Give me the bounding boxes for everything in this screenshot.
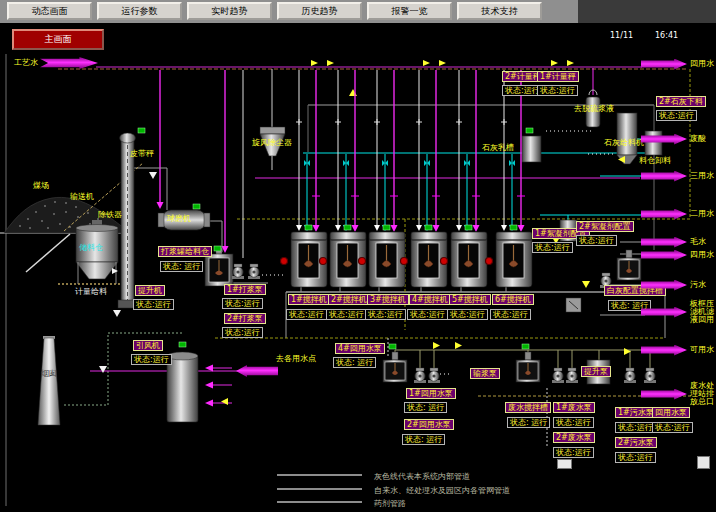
pipe-outlet-8: 板框压滤机滤液回用 [641, 306, 714, 318]
legend-text: 灰色线代表本系统内部管道 [374, 471, 470, 482]
outlet-label: 可用水 [690, 346, 714, 354]
status-label: 状态:运行 [447, 309, 488, 320]
pipe-outlet-6: 四用水 [641, 249, 714, 261]
legend-text: 药剂管路 [374, 498, 406, 509]
outlet-label: 废水处理站排放总口 [690, 382, 714, 406]
pipe-outlet-10: 废水处理站排放总口 [641, 388, 714, 400]
toolbar-button-1[interactable]: 动态画面 [7, 2, 92, 20]
outlet-label: 废酸 [690, 135, 706, 143]
pipe-outlet-7: 污水 [641, 279, 706, 291]
label-slurry-feed-bin[interactable]: 打浆罐给料仓 [158, 246, 212, 257]
status-label: 状态:运行 [576, 235, 617, 246]
time-display: 16:41 [655, 31, 678, 40]
diagram-label-60[interactable]: 2#废水泵 [553, 432, 595, 443]
status-label: 状态:运行 [222, 298, 263, 309]
status-label: 状态: 运行 [507, 417, 550, 428]
outlet-arrow-icon [641, 307, 687, 318]
diagram-label-16[interactable]: 1#搅拌机 [288, 294, 330, 305]
diagram-label-18[interactable]: 2#搅拌机 [328, 294, 370, 305]
status-label: 状态:运行 [553, 447, 594, 458]
diagram-label-26[interactable]: 6#搅拌机 [492, 294, 534, 305]
diagram-label-66[interactable]: 2#污水泵 [615, 437, 657, 448]
outlet-arrow-icon [641, 280, 687, 291]
status-label: 状态:运行 [615, 422, 656, 433]
status-label: 状态: 运行 [160, 261, 203, 272]
lime-slurry-tank[interactable] [522, 136, 541, 162]
label-conveyor: 输送机 [70, 192, 94, 201]
status-label: 状态:运行 [553, 417, 594, 428]
status-label: 状态:运行 [286, 309, 327, 320]
label-cyclone: 旋风除尘器 [252, 138, 292, 147]
outlet-arrow-icon [641, 171, 687, 182]
status-label: 状态: 运行 [404, 402, 447, 413]
toolbar-button-4[interactable]: 历史趋势 [277, 2, 362, 20]
diagram-label-51[interactable]: 提升泵 [581, 366, 611, 377]
pipe-outlet-9: 可用水 [641, 344, 714, 356]
legend-line-swatch [277, 488, 362, 490]
toolbar-button-5[interactable]: 报警一览 [367, 2, 452, 20]
diagram-label-64[interactable]: 回用水泵 [652, 407, 690, 418]
main-screen-button[interactable]: 主画面 [12, 29, 104, 50]
label-metering-feed: 计量给料 [75, 287, 107, 296]
status-label: 状态: 运行 [402, 434, 445, 445]
legend-text: 自来水、经处理水及园区内各管网管道 [374, 485, 510, 496]
legend-line-swatch [277, 501, 362, 503]
diagram-label-40[interactable]: 2#絮凝剂配置 [576, 221, 634, 232]
diagram-label-52[interactable]: 1#回用水泵 [406, 388, 456, 399]
pipe-outlet-4: 二用水 [641, 208, 714, 220]
status-label: 状态: 运行 [333, 357, 376, 368]
diagram-label-37: 料仓卸料 [639, 156, 671, 165]
diagram-label-48[interactable]: 4#回用水泵 [335, 343, 385, 354]
label-inlet-water: 工艺水 [14, 58, 38, 67]
pipe-outlet-3: 三用水 [641, 170, 714, 182]
toolbar-button-6[interactable]: 技术支持 [457, 2, 542, 20]
outlet-arrow-icon [641, 345, 687, 356]
status-label: 状态:运行 [532, 242, 573, 253]
outlet-label: 四用水 [690, 251, 714, 259]
diagram-label-47: 去各用水点 [276, 354, 316, 363]
diagram-label-32[interactable]: 2#石灰下料 [656, 96, 706, 107]
label-iron-remover: 除铁器 [98, 210, 122, 219]
diagram-label-14[interactable]: 2#打浆泵 [224, 313, 266, 324]
process-diagram [0, 0, 716, 512]
outlet-label: 三用水 [690, 172, 714, 180]
status-label: 状态:运行 [490, 309, 531, 320]
diagram-label-24[interactable]: 5#搅拌机 [449, 294, 491, 305]
diagram-label-56[interactable]: 废水搅拌槽 [505, 402, 551, 413]
outlet-label: 回用水 [690, 60, 714, 68]
status-label: 状态:运行 [615, 452, 656, 463]
status-label: 状态:运行 [326, 309, 367, 320]
status-label: 状态:运行 [131, 354, 172, 365]
outlet-label: 板框压滤机滤液回用 [690, 300, 714, 324]
chimney [38, 336, 60, 425]
status-label: 状态:运行 [537, 85, 578, 96]
cyclone-separator[interactable] [260, 69, 285, 170]
trolley-box [566, 298, 581, 312]
diagram-label-58[interactable]: 1#废水泵 [553, 402, 595, 413]
diagram-label-62[interactable]: 1#污水泵 [615, 407, 657, 418]
label-chimney: 烟囱 [41, 369, 57, 378]
label-bucket-elevator[interactable]: 提升机 [135, 285, 165, 296]
diagram-label-35: 去脱硫浆液 [574, 104, 614, 113]
diagram-label-54[interactable]: 2#回用水泵 [404, 419, 454, 430]
status-label: 状态:运行 [222, 327, 263, 338]
diagram-label-22[interactable]: 4#搅拌机 [409, 294, 451, 305]
toolbar: 动态画面运行参数实时趋势历史趋势报警一览技术支持 [0, 0, 578, 23]
outlet-label: 毛水 [690, 238, 706, 246]
label-storage-silo: 储料仓 [79, 243, 103, 252]
diagram-label-44[interactable]: 引风机 [133, 340, 163, 351]
diagram-label-36: 石灰给料机 [604, 138, 644, 147]
pipe-outlet-5: 毛水 [641, 236, 706, 248]
label-ball-mill: 球磨机 [167, 214, 191, 223]
toolbar-right-area [578, 0, 716, 23]
toolbar-button-2[interactable]: 运行参数 [97, 2, 182, 20]
outlet-arrow-icon [641, 250, 687, 261]
diagram-label-12[interactable]: 1#打浆泵 [224, 284, 266, 295]
bucket-elevator[interactable] [118, 133, 137, 308]
outlet-arrow-icon [641, 389, 687, 400]
diagram-label-50[interactable]: 输浆泵 [470, 368, 500, 379]
toolbar-button-3[interactable]: 实时趋势 [187, 2, 272, 20]
pipe-outlet-2: 废酸 [641, 133, 706, 145]
diagram-label-20[interactable]: 3#搅拌机 [367, 294, 409, 305]
diagram-label-30[interactable]: 1#计量秤 [537, 71, 579, 82]
